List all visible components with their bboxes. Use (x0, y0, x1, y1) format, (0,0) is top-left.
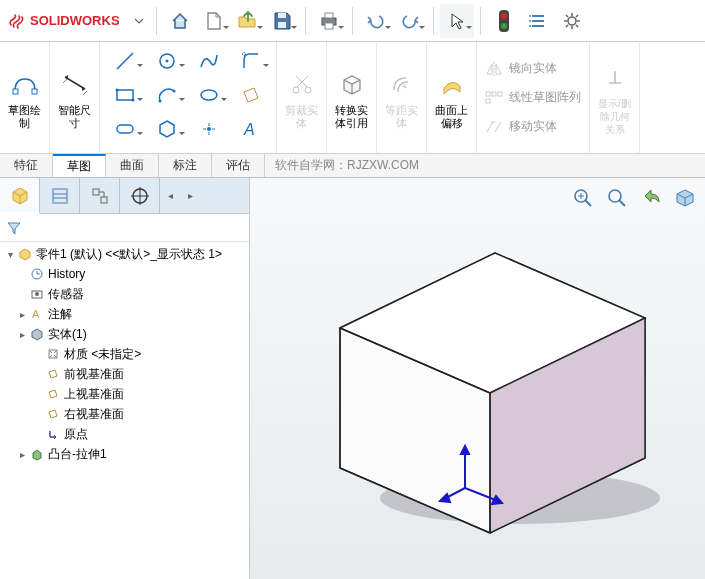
smart-dimension-button[interactable]: 智能尺 寸 (50, 42, 100, 153)
tree-item-right-plane[interactable]: 右视基准面 (0, 404, 249, 424)
polygon-tool[interactable] (146, 112, 188, 146)
tree-item-annotations[interactable]: ▸A注解 (0, 304, 249, 324)
side-tab-left[interactable]: ◂ (160, 178, 180, 213)
svg-point-7 (501, 23, 507, 29)
spline-tool[interactable] (188, 44, 230, 78)
home-button[interactable] (163, 4, 197, 38)
tree-item-front-plane[interactable]: 前视基准面 (0, 364, 249, 384)
svg-rect-32 (492, 92, 496, 96)
svg-point-22 (173, 90, 176, 93)
tree-item-origin[interactable]: 原点 (0, 424, 249, 444)
feature-tree[interactable]: ▾ 零件1 (默认) <<默认>_显示状态 1> History 传感器 ▸A注… (0, 242, 249, 579)
sensor-icon (30, 287, 44, 301)
move-icon (485, 120, 503, 134)
material-icon (46, 347, 60, 361)
expand-icon[interactable]: ▸ (16, 329, 28, 340)
arc-tool[interactable] (146, 78, 188, 112)
mirror-button[interactable]: 镜向实体 (483, 57, 583, 80)
svg-text:A: A (243, 121, 255, 138)
line-tool[interactable] (104, 44, 146, 78)
tab-evaluate[interactable]: 评估 (212, 154, 265, 177)
model-box (250, 188, 705, 568)
surface-offset-icon (438, 70, 466, 98)
gear-button[interactable] (555, 4, 589, 38)
plane-tool[interactable] (230, 78, 272, 112)
pattern-button[interactable]: 线性草图阵列 (483, 86, 583, 109)
svg-point-10 (529, 25, 531, 27)
slot-tool[interactable] (104, 112, 146, 146)
tree-item-top-plane[interactable]: 上视基准面 (0, 384, 249, 404)
text-tool[interactable]: A (230, 112, 272, 146)
tab-surfaces[interactable]: 曲面 (106, 154, 159, 177)
tree-item-sensors[interactable]: 传感器 (0, 284, 249, 304)
funnel-icon[interactable] (6, 220, 22, 236)
new-button[interactable] (197, 4, 231, 38)
fillet-tool[interactable] (230, 44, 272, 78)
undo-button[interactable] (359, 4, 393, 38)
svg-point-16 (116, 89, 119, 92)
rect-icon (113, 83, 137, 107)
sketch-draw-button[interactable]: 草图绘 制 (0, 42, 50, 153)
circle-tool[interactable] (146, 44, 188, 78)
side-tab-right[interactable]: ▸ (180, 178, 200, 213)
svg-point-25 (207, 127, 211, 131)
fm-tab-tree[interactable] (0, 178, 40, 214)
title-bar: SOLIDWORKS (0, 0, 705, 42)
fm-tab-property[interactable] (40, 178, 80, 213)
rectangle-tool[interactable] (104, 78, 146, 112)
pattern-icon (485, 91, 503, 105)
tab-features[interactable]: 特征 (0, 154, 53, 177)
select-button[interactable] (440, 4, 474, 38)
sketch-icon (10, 69, 40, 99)
tree-root[interactable]: ▾ 零件1 (默认) <<默认>_显示状态 1> (0, 244, 249, 264)
extrude-icon (30, 447, 44, 461)
display-relations-button[interactable]: 显示/删 除几何 关系 (590, 42, 640, 153)
expand-icon[interactable]: ▸ (16, 449, 28, 460)
spline-icon (197, 49, 221, 73)
mirror-icon (485, 62, 503, 76)
solidworks-icon (8, 12, 26, 30)
open-button[interactable] (231, 4, 265, 38)
tree-item-solids[interactable]: ▸实体(1) (0, 324, 249, 344)
modify-menu: 镜向实体 线性草图阵列 移动实体 (477, 42, 589, 153)
print-button[interactable] (312, 4, 346, 38)
svg-rect-35 (53, 189, 67, 203)
list-button[interactable] (521, 4, 555, 38)
undo-icon (365, 10, 387, 32)
collapse-icon[interactable]: ▾ (4, 249, 16, 260)
cube-icon (338, 70, 366, 98)
svg-point-24 (201, 90, 217, 100)
point-tool[interactable] (188, 112, 230, 146)
expand-icon[interactable]: ▸ (16, 309, 28, 320)
svg-point-45 (35, 292, 39, 296)
ellipse-tool[interactable] (188, 78, 230, 112)
graphics-viewport[interactable] (250, 178, 705, 579)
traffic-light-button[interactable] (487, 4, 521, 38)
save-button[interactable] (265, 4, 299, 38)
line-icon (113, 49, 137, 73)
tree-item-material[interactable]: 材质 <未指定> (0, 344, 249, 364)
svg-rect-38 (93, 189, 99, 195)
cursor-icon (447, 11, 467, 31)
tab-sketch[interactable]: 草图 (53, 154, 106, 177)
fm-tab-dimxpert[interactable] (120, 178, 160, 213)
tab-annotate[interactable]: 标注 (159, 154, 212, 177)
svg-point-28 (293, 87, 299, 93)
offset-button[interactable]: 等距实 体 (377, 42, 427, 153)
surface-offset-button[interactable]: 曲面上 偏移 (427, 42, 477, 153)
redo-button[interactable] (393, 4, 427, 38)
chevron-down-icon[interactable] (134, 16, 144, 26)
convert-entities-button[interactable]: 转换实 体引用 (327, 42, 377, 153)
move-button[interactable]: 移动实体 (483, 115, 583, 138)
tree-item-extrude[interactable]: ▸凸台-拉伸1 (0, 444, 249, 464)
svg-point-17 (132, 99, 135, 102)
tree-item-history[interactable]: History (0, 264, 249, 284)
sketch-tools-grid: A (100, 42, 277, 153)
trim-button[interactable]: 剪裁实 体 (277, 42, 327, 153)
part-icon (9, 184, 31, 206)
svg-rect-33 (498, 92, 502, 96)
side-panel-tabs: ◂ ▸ (0, 178, 249, 214)
history-icon (30, 267, 44, 281)
fm-tab-config[interactable] (80, 178, 120, 213)
feature-manager: ◂ ▸ ▾ 零件1 (默认) <<默认>_显示状态 1> History 传感器… (0, 178, 250, 579)
